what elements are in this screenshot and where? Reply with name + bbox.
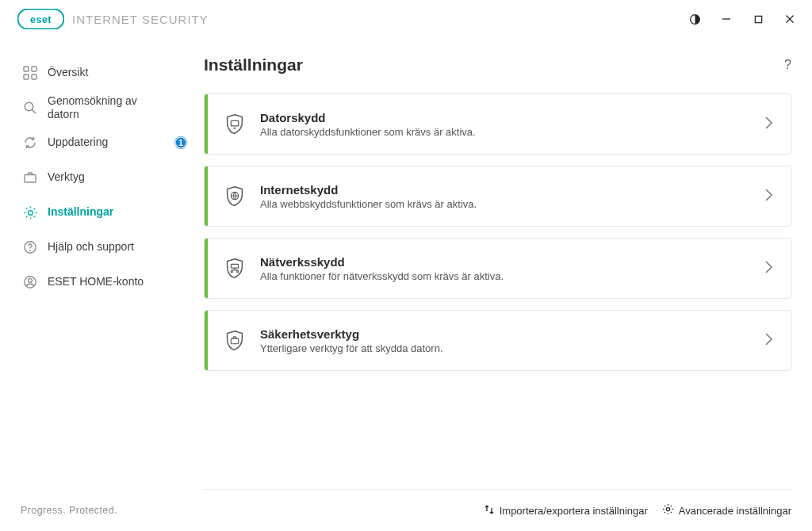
svg-rect-4 [755, 16, 761, 22]
sidebar-item-label: Inställningar [48, 205, 113, 220]
chevron-right-icon [747, 116, 791, 133]
overview-icon [21, 66, 40, 80]
footer-inner: Progress. Protected. Importera/exportera… [21, 503, 791, 518]
card-security-tools[interactable]: Säkerhetsverktyg Ytterligare verktyg för… [204, 310, 791, 371]
card-text: Nätverksskydd Alla funktioner för nätver… [260, 255, 747, 282]
update-badge-count: 1 [178, 139, 183, 147]
svg-point-28 [237, 270, 239, 272]
sidebar-item-update[interactable]: Uppdatering 1 [0, 125, 201, 160]
card-internet-protection[interactable]: Internetskydd Alla webbskyddsfunktioner … [204, 166, 791, 227]
network-shield-icon [209, 257, 260, 281]
main-area: Översikt Genomsökning av datorn Uppdater… [0, 38, 812, 490]
card-title: Nätverksskydd [260, 255, 747, 269]
minimize-button[interactable] [710, 3, 742, 35]
context-help-button[interactable]: ? [784, 58, 791, 72]
title-bar: eset INTERNET SECURITY [0, 0, 812, 38]
svg-rect-24 [231, 264, 238, 268]
svg-text:eset: eset [30, 14, 52, 25]
chevron-right-icon [747, 260, 791, 277]
globe-shield-icon [209, 185, 260, 208]
refresh-icon [21, 136, 40, 150]
sidebar-item-label: Översikt [48, 66, 88, 80]
gear-icon [662, 503, 674, 518]
svg-point-30 [666, 507, 669, 510]
monitor-shield-icon [209, 113, 260, 136]
eset-logo-icon: eset [17, 9, 64, 29]
content: Inställningar ? Datorskydd Alla datorsky… [201, 38, 812, 490]
brand-logo: eset INTERNET SECURITY [17, 9, 209, 29]
card-subtitle: Alla webbskyddsfunktioner som krävs är a… [260, 198, 747, 210]
help-icon [21, 240, 40, 254]
svg-rect-8 [32, 67, 36, 71]
card-network-protection[interactable]: Nätverksskydd Alla funktioner för nätver… [204, 238, 791, 299]
import-export-label: Importera/exportera inställningar [500, 505, 648, 517]
close-button[interactable] [774, 3, 806, 35]
card-title: Internetskydd [260, 183, 747, 197]
sidebar-item-tools[interactable]: Verktyg [0, 160, 201, 195]
card-text: Datorskydd Alla datorskyddsfunktioner so… [260, 111, 747, 138]
svg-point-20 [29, 279, 33, 283]
svg-rect-29 [231, 338, 238, 344]
sidebar: Översikt Genomsökning av datorn Uppdater… [0, 38, 201, 490]
card-text: Säkerhetsverktyg Ytterligare verktyg för… [260, 327, 747, 354]
footer: Progress. Protected. Importera/exportera… [0, 490, 812, 531]
advanced-settings-link[interactable]: Avancerade inställningar [662, 503, 791, 518]
sidebar-item-scan[interactable]: Genomsökning av datorn [0, 90, 201, 125]
sidebar-item-account[interactable]: ESET HOME-konto [0, 265, 201, 300]
magnifier-icon [21, 101, 40, 115]
card-computer-protection[interactable]: Datorskydd Alla datorskyddsfunktioner so… [204, 94, 791, 155]
card-subtitle: Ytterligare verktyg för att skydda dator… [260, 342, 747, 354]
sidebar-item-label: ESET HOME-konto [48, 275, 144, 289]
card-subtitle: Alla funktioner för nätverksskydd som kr… [260, 270, 747, 282]
sidebar-item-label: Hjälp och support [48, 240, 134, 254]
gear-icon [21, 205, 40, 220]
sidebar-item-settings[interactable]: Inställningar [0, 195, 201, 230]
sidebar-item-help[interactable]: Hjälp och support [0, 230, 201, 265]
footer-tagline: Progress. Protected. [21, 505, 117, 516]
sidebar-item-label: Uppdatering [48, 136, 108, 150]
account-icon [21, 275, 40, 289]
card-title: Säkerhetsverktyg [260, 327, 747, 341]
advanced-settings-label: Avancerade inställningar [679, 505, 791, 517]
sidebar-item-label: Genomsökning av datorn [48, 94, 167, 122]
svg-rect-10 [32, 74, 36, 79]
contrast-toggle-button[interactable] [679, 3, 710, 35]
svg-rect-7 [24, 67, 29, 71]
update-badge-icon: 1 [174, 136, 188, 150]
sidebar-item-overview[interactable]: Översikt [0, 55, 201, 90]
svg-line-12 [33, 110, 36, 114]
page-title: Inställningar [204, 55, 303, 74]
svg-point-16 [28, 210, 33, 215]
content-header: Inställningar ? [204, 55, 791, 74]
svg-point-18 [29, 250, 31, 251]
briefcase-icon [21, 170, 40, 185]
svg-point-27 [231, 270, 232, 272]
settings-cards: Datorskydd Alla datorskyddsfunktioner so… [204, 94, 791, 371]
card-subtitle: Alla datorskyddsfunktioner som krävs är … [260, 126, 747, 138]
svg-rect-15 [25, 175, 36, 183]
brand-product-name: INTERNET SECURITY [72, 13, 209, 26]
chevron-right-icon [747, 332, 791, 350]
import-export-link[interactable]: Importera/exportera inställningar [484, 504, 648, 518]
card-title: Datorskydd [260, 111, 747, 124]
card-text: Internetskydd Alla webbskyddsfunktioner … [260, 183, 747, 210]
import-export-icon [484, 504, 495, 518]
svg-rect-9 [24, 74, 29, 79]
window-controls [679, 3, 806, 35]
briefcase-shield-icon [209, 329, 260, 353]
maximize-button[interactable] [742, 3, 774, 35]
svg-point-11 [25, 102, 33, 110]
chevron-right-icon [747, 188, 791, 205]
sidebar-item-label: Verktyg [48, 170, 85, 185]
svg-rect-21 [231, 120, 238, 126]
